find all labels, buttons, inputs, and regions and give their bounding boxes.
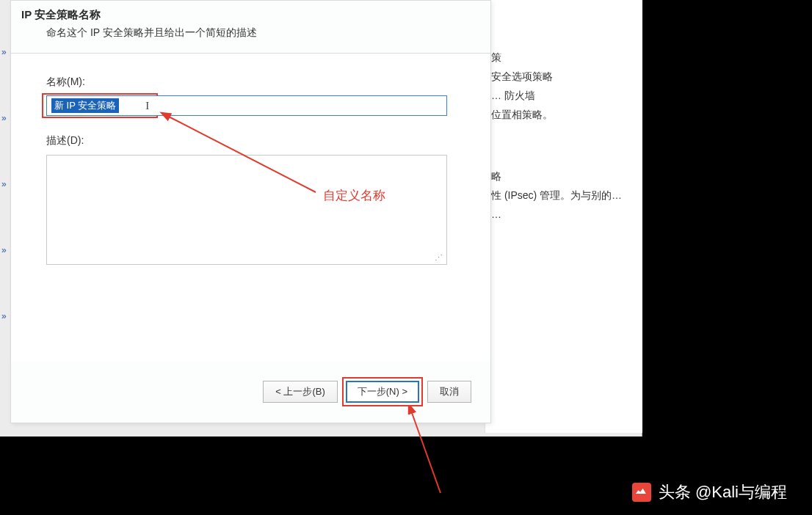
bg-line: … xyxy=(491,208,635,220)
bg-line: 性 (IPsec) 管理。为与别的… xyxy=(491,189,635,202)
bg-line: 略 xyxy=(491,170,635,183)
name-input[interactable]: 新 IP 安全策略 I xyxy=(46,95,447,116)
background-panel: 策 安全选项策略 … 防火墙 位置相策略。 略 性 (IPsec) 管理。为与别… xyxy=(485,0,642,433)
left-edge-markers: » » » » » xyxy=(0,47,7,377)
watermark-logo-icon xyxy=(632,483,651,502)
bg-line xyxy=(491,128,635,164)
watermark-text: 头条 @Kali与编程 xyxy=(659,481,787,503)
name-label: 名称(M): xyxy=(46,76,458,89)
marker: » xyxy=(0,245,7,311)
description-label: 描述(D): xyxy=(46,134,458,147)
dialog-subtitle: 命名这个 IP 安全策略并且给出一个简短的描述 xyxy=(21,22,480,40)
annotation-label-custom-name: 自定义名称 xyxy=(323,187,385,204)
name-input-row: 新 IP 安全策略 I xyxy=(46,93,458,118)
ip-security-wizard-dialog: IP 安全策略名称 命名这个 IP 安全策略并且给出一个简短的描述 名称(M):… xyxy=(10,0,491,423)
resize-grip-icon: ⋰ xyxy=(433,253,443,265)
dialog-header: IP 安全策略名称 命名这个 IP 安全策略并且给出一个简短的描述 xyxy=(11,1,490,43)
name-input-selected-text: 新 IP 安全策略 xyxy=(51,98,119,113)
text-cursor-icon: I xyxy=(145,100,149,112)
description-textarea[interactable] xyxy=(46,155,447,265)
marker: » xyxy=(0,311,7,377)
bg-line: 位置相策略。 xyxy=(491,109,635,122)
bg-line: 安全选项策略 xyxy=(491,70,635,84)
dialog-footer: < 上一步(B) 下一步(N) > 取消 xyxy=(263,377,471,406)
marker: » xyxy=(0,179,7,245)
desktop-area: » » » » » 策 安全选项策略 … 防火墙 位置相策略。 略 性 (IPs… xyxy=(0,0,642,437)
annotation-box-next: 下一步(N) > xyxy=(342,377,423,406)
dialog-title: IP 安全策略名称 xyxy=(21,8,480,22)
marker: » xyxy=(0,113,7,179)
marker: » xyxy=(0,47,7,113)
watermark: 头条 @Kali与编程 xyxy=(632,481,787,503)
cancel-button[interactable]: 取消 xyxy=(427,381,471,403)
next-button[interactable]: 下一步(N) > xyxy=(346,381,419,403)
bg-line: 策 xyxy=(491,51,635,65)
dialog-body: 名称(M): 新 IP 安全策略 I 描述(D): ⋰ xyxy=(11,53,490,361)
bg-line: … 防火墙 xyxy=(491,90,635,103)
back-button[interactable]: < 上一步(B) xyxy=(263,381,338,403)
